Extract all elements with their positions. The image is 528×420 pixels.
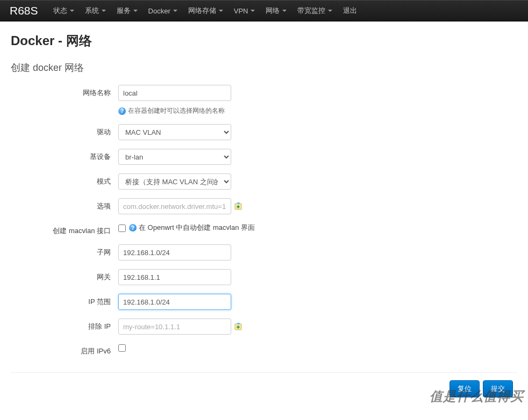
brand[interactable]: R68S	[10, 4, 38, 17]
nav-label: 退出	[343, 6, 357, 16]
add-icon[interactable]	[234, 323, 242, 330]
row-network-name: 网络名称 ? 在容器创建时可以选择网络的名称	[11, 85, 517, 115]
label-gateway: 网关	[11, 269, 118, 282]
content: Docker - 网络 创建 docker 网络 网络名称 ? 在容器创建时可以…	[0, 21, 528, 402]
nav-network[interactable]: 网络	[260, 0, 292, 21]
checkbox-macvlan[interactable]	[118, 225, 126, 232]
nav-logout[interactable]: 退出	[338, 0, 362, 21]
nav-status[interactable]: 状态	[48, 0, 80, 21]
label-options: 选项	[11, 198, 118, 211]
input-subnet[interactable]	[118, 244, 231, 260]
label-iprange: IP 范围	[11, 294, 118, 307]
row-mode: 模式 桥接（支持 MAC VLAN 之间的通信）	[11, 173, 517, 190]
page-title: Docker - 网络	[11, 32, 517, 49]
info-icon: ?	[129, 224, 137, 231]
select-mode[interactable]: 桥接（支持 MAC VLAN 之间的通信）	[118, 173, 231, 190]
input-iprange[interactable]	[118, 294, 231, 310]
nav-vpn[interactable]: VPN	[229, 0, 261, 21]
nav-docker[interactable]: Docker	[143, 0, 183, 21]
svg-rect-3	[237, 323, 240, 324]
info-icon: ?	[118, 107, 126, 115]
caret-icon	[173, 10, 177, 12]
nav-nas[interactable]: 网络存储	[183, 0, 229, 21]
label-ipv6: 启用 IPv6	[11, 343, 118, 356]
row-driver: 驱动 MAC VLAN	[11, 124, 517, 140]
label-exclude: 排除 IP	[11, 318, 118, 331]
row-gateway: 网关	[11, 269, 517, 285]
row-subnet: 子网	[11, 244, 517, 260]
add-icon[interactable]	[234, 202, 242, 210]
caret-icon	[133, 10, 138, 12]
caret-icon	[70, 10, 74, 12]
nav-bandwidth[interactable]: 带宽监控	[292, 0, 338, 21]
label-network-name: 网络名称	[11, 85, 118, 98]
navbar: R68S 状态 系统 服务 Docker 网络存储 VPN 网络 带宽监控 退出	[0, 0, 528, 21]
select-driver[interactable]: MAC VLAN	[118, 124, 231, 140]
nav-label: Docker	[148, 7, 170, 15]
caret-icon	[219, 10, 223, 12]
label-device: 基设备	[11, 149, 118, 162]
label-mode: 模式	[11, 173, 118, 186]
nav-label: 状态	[53, 6, 67, 16]
help-text: 在容器创建时可以选择网络的名称	[128, 106, 225, 115]
nav-system[interactable]: 系统	[80, 0, 111, 21]
row-device: 基设备 br-lan	[11, 149, 517, 165]
section-title: 创建 docker 网络	[11, 61, 517, 74]
row-exclude: 排除 IP	[11, 318, 517, 335]
row-macvlan: 创建 macvlan 接口 ? 在 Openwrt 中自动创建 macvlan …	[11, 223, 517, 236]
help-macvlan: ? 在 Openwrt 中自动创建 macvlan 界面	[129, 223, 255, 233]
row-options: 选项	[11, 198, 517, 214]
submit-button[interactable]: 提交	[483, 380, 513, 397]
nav-label: VPN	[234, 7, 248, 15]
divider	[11, 372, 517, 373]
reset-button[interactable]: 复位	[449, 380, 480, 397]
help-network-name: ? 在容器创建时可以选择网络的名称	[118, 106, 517, 115]
nav-label: 网络	[266, 6, 280, 16]
label-subnet: 子网	[11, 244, 118, 257]
caret-icon	[102, 10, 106, 12]
input-gateway[interactable]	[118, 269, 231, 285]
nav-label: 网络存储	[188, 6, 216, 16]
input-options[interactable]	[118, 198, 231, 214]
nav-label: 服务	[117, 6, 131, 16]
help-text: 在 Openwrt 中自动创建 macvlan 界面	[139, 223, 255, 233]
select-device[interactable]: br-lan	[118, 149, 231, 165]
caret-icon	[328, 10, 332, 12]
svg-rect-1	[237, 202, 240, 204]
nav-label: 系统	[85, 6, 99, 16]
actions: 复位 提交	[11, 380, 517, 402]
input-exclude[interactable]	[118, 318, 231, 335]
row-ipv6: 启用 IPv6	[11, 343, 517, 356]
label-macvlan: 创建 macvlan 接口	[11, 223, 118, 236]
nav-label: 带宽监控	[297, 6, 325, 16]
label-driver: 驱动	[11, 124, 118, 137]
checkbox-ipv6[interactable]	[118, 344, 126, 352]
input-network-name[interactable]	[118, 85, 231, 101]
row-iprange: IP 范围	[11, 294, 517, 310]
caret-icon	[251, 10, 255, 12]
caret-icon	[282, 10, 287, 12]
nav-services[interactable]: 服务	[111, 0, 143, 21]
